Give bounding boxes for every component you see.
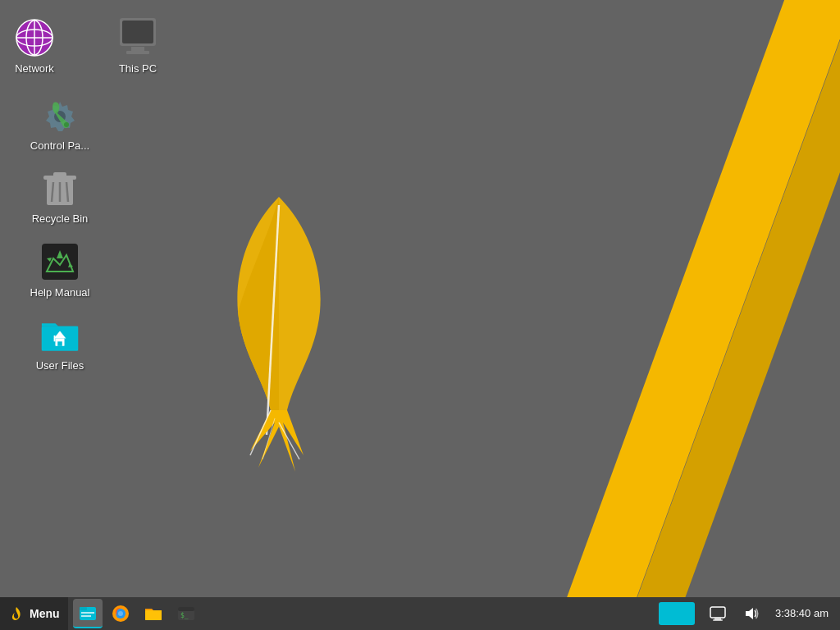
- svg-rect-32: [81, 612, 94, 614]
- taskbar-apps: $_: [68, 597, 206, 630]
- recycle-bin-icon-image: [40, 168, 80, 208]
- svg-line-1: [250, 410, 271, 455]
- svg-line-3: [262, 418, 275, 459]
- user-files-icon-image: [40, 315, 80, 354]
- taskbar-clock[interactable]: 3:38:40 am: [770, 607, 833, 621]
- user-files-icon-item[interactable]: User Files: [7, 308, 113, 379]
- clock-time: 3:38:40 am: [775, 607, 829, 619]
- svg-marker-44: [746, 608, 753, 619]
- svg-rect-12: [131, 47, 144, 51]
- svg-rect-19: [53, 172, 66, 177]
- taskbar-tray: 3:38:40 am: [649, 597, 840, 630]
- taskbar-folder-button[interactable]: [139, 599, 168, 628]
- this-pc-icon-item[interactable]: This PC: [110, 11, 166, 82]
- desktop-icons-area: Network This PC: [0, 0, 131, 390]
- this-pc-icon-image: [118, 18, 158, 57]
- yellow-stripe-2: [621, 0, 840, 630]
- network-label: Network: [15, 62, 54, 75]
- volume-tray-icon[interactable]: [737, 600, 764, 627]
- workspace-switcher[interactable]: [659, 602, 695, 625]
- menu-leaf-icon: [8, 605, 25, 622]
- recycle-bin-icon-item[interactable]: Recycle Bin: [7, 162, 113, 232]
- wallpaper-decoration: [512, 0, 840, 630]
- control-panel-icon-item[interactable]: Control Pa...: [7, 89, 113, 159]
- help-manual-icon-item[interactable]: Help Manual: [7, 235, 113, 306]
- taskbar: Menu: [0, 597, 840, 630]
- svg-rect-29: [54, 336, 56, 341]
- svg-line-2: [279, 422, 299, 459]
- svg-rect-31: [80, 607, 87, 610]
- svg-point-36: [118, 611, 123, 616]
- network-icon-item[interactable]: Network: [7, 11, 62, 82]
- svg-text:$_: $_: [180, 612, 189, 619]
- svg-rect-43: [713, 619, 723, 621]
- taskbar-files-button[interactable]: [73, 599, 103, 628]
- recycle-bin-label: Recycle Bin: [32, 212, 89, 226]
- network-icon-image: [15, 18, 54, 57]
- svg-rect-41: [710, 607, 725, 618]
- svg-rect-23: [42, 244, 78, 280]
- yellow-stripe-1: [552, 0, 840, 630]
- help-manual-label: Help Manual: [30, 286, 90, 299]
- taskbar-terminal-button[interactable]: $_: [171, 599, 201, 628]
- this-pc-label: This PC: [119, 62, 157, 75]
- user-files-label: User Files: [36, 359, 84, 372]
- menu-label: Menu: [30, 607, 60, 620]
- svg-rect-13: [126, 51, 149, 54]
- svg-rect-37: [145, 610, 162, 620]
- feather-logo: [213, 180, 345, 476]
- svg-line-0: [267, 205, 279, 435]
- display-tray-icon[interactable]: [705, 600, 731, 627]
- control-panel-icon-image: [40, 95, 80, 135]
- svg-rect-39: [178, 607, 194, 611]
- desktop: Network This PC: [0, 0, 840, 630]
- svg-rect-33: [81, 615, 91, 617]
- svg-rect-28: [57, 342, 62, 347]
- taskbar-firefox-button[interactable]: [106, 599, 135, 628]
- svg-rect-11: [122, 21, 153, 43]
- svg-point-16: [64, 122, 69, 127]
- start-menu-button[interactable]: Menu: [0, 597, 68, 630]
- help-manual-icon-image: [40, 242, 80, 281]
- control-panel-label: Control Pa...: [30, 139, 89, 153]
